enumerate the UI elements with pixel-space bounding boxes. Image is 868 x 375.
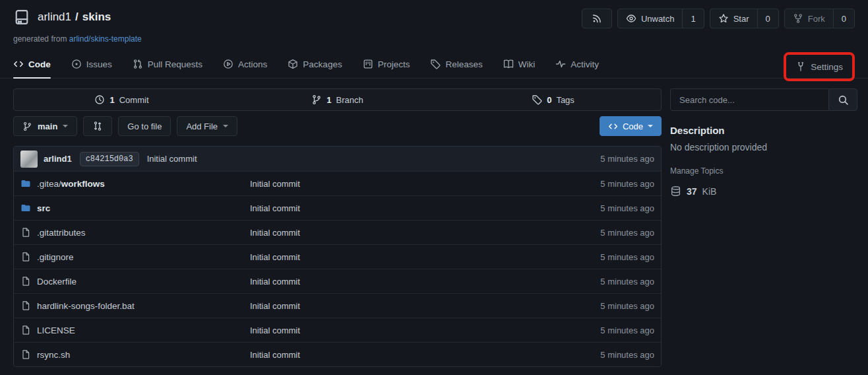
tags-count: 0 xyxy=(547,95,551,105)
file-icon xyxy=(20,252,31,262)
folder-icon xyxy=(20,203,31,213)
actions-icon xyxy=(223,59,233,69)
tab-label: Activity xyxy=(571,59,599,69)
commit-message-link[interactable]: Initial commit xyxy=(147,154,197,164)
branches-count: 1 xyxy=(326,95,331,105)
file-commit-message[interactable]: Initial commit xyxy=(250,301,600,311)
fork-count[interactable]: 0 xyxy=(833,9,854,28)
tab-code[interactable]: Code xyxy=(13,50,51,78)
tab-label: Pull Requests xyxy=(148,59,202,69)
file-commit-time: 5 minutes ago xyxy=(600,228,654,238)
repo-sidebar: Description No description provided Mana… xyxy=(670,88,857,197)
tab-activity[interactable]: Activity xyxy=(555,50,599,78)
table-row: LICENSE Initial commit 5 minutes ago xyxy=(14,318,661,342)
code-icon xyxy=(608,121,618,131)
search-input[interactable] xyxy=(670,88,828,111)
search-icon xyxy=(838,94,849,106)
table-row: Dockerfile Initial commit 5 minutes ago xyxy=(14,269,661,293)
fork-button[interactable]: Fork xyxy=(785,9,833,28)
rss-icon xyxy=(592,13,602,24)
wiki-icon xyxy=(503,59,514,69)
repo-toolbar: main Go to file Add File xyxy=(13,116,662,136)
code-icon xyxy=(13,59,24,69)
compare-button[interactable] xyxy=(83,116,112,136)
tab-settings[interactable]: Settings xyxy=(795,61,843,72)
manage-topics-link[interactable]: Manage Topics xyxy=(670,166,724,176)
repo-name-link[interactable]: skins xyxy=(82,11,111,24)
tab-issues[interactable]: Issues xyxy=(71,50,112,78)
star-button-group: Star 0 xyxy=(710,9,779,28)
file-commit-message[interactable]: Initial commit xyxy=(250,350,600,360)
file-name-link[interactable]: LICENSE xyxy=(20,325,250,335)
avatar[interactable] xyxy=(20,151,38,168)
file-commit-message[interactable]: Initial commit xyxy=(250,252,600,262)
repo-book-icon xyxy=(13,9,30,26)
fork-button-group: Fork 0 xyxy=(784,9,855,28)
repo-owner-link[interactable]: arlind1 xyxy=(38,11,71,24)
commit-hash-link[interactable]: c84215d0a3 xyxy=(80,152,139,166)
file-name-link[interactable]: rsync.sh xyxy=(20,349,250,360)
add-file-label: Add File xyxy=(186,121,218,131)
chevron-down-icon xyxy=(223,125,228,127)
generated-from-line: generated from arlind/skins-template xyxy=(13,34,855,44)
branch-icon xyxy=(22,121,32,131)
branches-stat[interactable]: 1 Branch xyxy=(230,89,445,110)
watch-button-group: Unwatch 1 xyxy=(617,9,704,28)
tab-packages[interactable]: Packages xyxy=(288,50,342,78)
file-name-link[interactable]: Dockerfile xyxy=(20,276,250,287)
tab-actions[interactable]: Actions xyxy=(223,50,267,78)
go-to-file-label: Go to file xyxy=(127,121,162,131)
tab-pull-requests[interactable]: Pull Requests xyxy=(133,50,202,78)
tab-label: Settings xyxy=(811,62,843,72)
file-commit-time: 5 minutes ago xyxy=(600,301,654,311)
tab-releases[interactable]: Releases xyxy=(430,50,482,78)
file-commit-message[interactable]: Initial commit xyxy=(250,325,600,335)
template-repo-link[interactable]: arlind/skins-template xyxy=(69,34,142,44)
search-button[interactable] xyxy=(828,88,857,111)
commits-stat[interactable]: 1 Commit xyxy=(14,89,230,110)
file-name-link[interactable]: hardlink-songs-folder.bat xyxy=(20,300,250,311)
commit-author-link[interactable]: arlind1 xyxy=(44,154,72,164)
file-commit-time: 5 minutes ago xyxy=(600,277,654,287)
repo-size-row: 37 KiB xyxy=(670,186,857,197)
tags-stat[interactable]: 0 Tags xyxy=(445,89,661,110)
unwatch-label: Unwatch xyxy=(641,14,675,24)
file-commit-message[interactable]: Initial commit xyxy=(250,228,600,238)
watch-count[interactable]: 1 xyxy=(682,9,703,28)
description-heading: Description xyxy=(670,125,857,136)
tag-icon xyxy=(430,59,441,69)
file-name-link[interactable]: src xyxy=(20,203,250,213)
unwatch-button[interactable]: Unwatch xyxy=(618,9,683,28)
repo-title-separator: / xyxy=(75,11,78,24)
package-icon xyxy=(288,59,298,69)
star-button[interactable]: Star xyxy=(710,9,757,28)
database-icon xyxy=(670,186,681,197)
file-name-link[interactable]: .gitattributes xyxy=(20,227,250,238)
file-commit-message[interactable]: Initial commit xyxy=(250,179,600,189)
repo-actions: Unwatch 1 Star 0 xyxy=(582,9,855,28)
code-download-button[interactable]: Code xyxy=(600,116,662,136)
branch-selector[interactable]: main xyxy=(13,116,77,136)
fork-label: Fork xyxy=(808,14,825,24)
fork-icon xyxy=(793,13,803,24)
go-to-file-button[interactable]: Go to file xyxy=(118,116,171,136)
tab-projects[interactable]: Projects xyxy=(363,50,410,78)
file-name-link[interactable]: .gitignore xyxy=(20,252,250,262)
file-commit-time: 5 minutes ago xyxy=(600,325,654,335)
table-row: rsync.sh Initial commit 5 minutes ago xyxy=(14,342,661,366)
tab-wiki[interactable]: Wiki xyxy=(503,50,536,78)
file-commit-message[interactable]: Initial commit xyxy=(250,277,600,287)
folder-icon xyxy=(20,178,31,189)
file-commit-message[interactable]: Initial commit xyxy=(250,203,600,213)
repo-title: arlind1 / skins xyxy=(38,11,111,24)
rss-button[interactable] xyxy=(582,9,612,28)
tab-label: Packages xyxy=(303,59,342,69)
activity-icon xyxy=(555,59,566,69)
tab-label: Projects xyxy=(378,59,410,69)
file-name-link[interactable]: .gitea/workflows xyxy=(20,178,250,189)
commit-time: 5 minutes ago xyxy=(600,154,654,164)
add-file-button[interactable]: Add File xyxy=(177,116,237,136)
star-count[interactable]: 0 xyxy=(757,9,778,28)
project-icon xyxy=(363,59,373,69)
table-row: hardlink-songs-folder.bat Initial commit… xyxy=(14,293,661,318)
